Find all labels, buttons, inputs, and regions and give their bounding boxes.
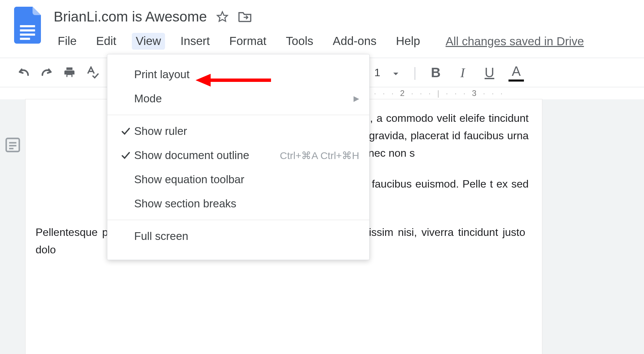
annotation-arrow (196, 72, 273, 90)
italic-button[interactable]: I (455, 65, 470, 81)
check-icon (117, 127, 134, 135)
menu-edit[interactable]: Edit (92, 33, 120, 50)
menu-item-show-equation-toolbar[interactable]: Show equation toolbar (107, 167, 369, 192)
menu-item-show-ruler[interactable]: Show ruler (107, 119, 369, 143)
font-size-selector[interactable]: 1 (372, 66, 402, 79)
spellcheck-icon[interactable] (86, 66, 99, 79)
print-icon[interactable] (63, 66, 76, 79)
menu-item-label: Mode (134, 92, 354, 105)
submenu-arrow-icon: ▶ (354, 94, 359, 103)
redo-icon[interactable] (40, 67, 53, 78)
underline-button[interactable]: U (482, 65, 497, 80)
toolbar-separator: | (413, 65, 417, 80)
menu-addons[interactable]: Add-ons (329, 33, 380, 50)
outline-icon[interactable] (4, 136, 21, 354)
app-header: BrianLi.com is Awesome File Edit View In… (0, 0, 644, 50)
menu-item-label: Show ruler (134, 125, 359, 138)
menu-separator (107, 115, 369, 115)
menu-item-label: Show section breaks (134, 197, 359, 210)
document-title[interactable]: BrianLi.com is Awesome (54, 9, 207, 25)
menu-help[interactable]: Help (392, 33, 424, 50)
svg-rect-1 (20, 30, 35, 32)
svg-rect-0 (20, 25, 35, 27)
ruler-ticks: · · · (477, 89, 506, 98)
undo-icon[interactable] (17, 67, 30, 78)
save-status[interactable]: All changes saved in Drive (445, 35, 584, 48)
text-color-button[interactable]: A (508, 64, 524, 82)
star-icon[interactable] (216, 11, 228, 23)
menu-separator (107, 220, 369, 220)
ruler-ticks: · · · (371, 89, 400, 98)
docs-logo-icon (13, 7, 42, 44)
menu-item-label: Show equation toolbar (134, 173, 359, 186)
svg-marker-4 (217, 12, 227, 21)
left-gutter (0, 99, 25, 354)
menu-item-show-document-outline[interactable]: Show document outline Ctrl+⌘A Ctrl+⌘H (107, 143, 369, 167)
check-icon (117, 151, 134, 159)
menu-insert[interactable]: Insert (176, 33, 214, 50)
menu-item-label: Full screen (134, 230, 359, 243)
menu-item-show-section-breaks[interactable]: Show section breaks (107, 192, 369, 216)
menu-item-mode[interactable]: Mode ▶ (107, 87, 369, 111)
menu-item-full-screen[interactable]: Full screen (107, 224, 369, 248)
menu-item-shortcut: Ctrl+⌘A Ctrl+⌘H (280, 150, 359, 161)
ruler-mark-3: 3 (472, 89, 477, 98)
svg-rect-2 (20, 34, 35, 36)
move-folder-icon[interactable] (238, 11, 252, 23)
menu-format[interactable]: Format (225, 33, 271, 50)
title-and-menu: BrianLi.com is Awesome File Edit View In… (54, 7, 584, 50)
ruler-mark-2: 2 (400, 89, 405, 98)
ruler-ticks: · · · | · · · (405, 89, 472, 98)
dropdown-caret-icon (392, 66, 399, 79)
bold-button[interactable]: B (428, 65, 443, 80)
menu-tools[interactable]: Tools (282, 33, 317, 50)
menu-view[interactable]: View (132, 33, 165, 50)
svg-marker-10 (196, 74, 211, 87)
toolbar-right: 1 | B I U A (372, 58, 524, 87)
menu-file[interactable]: File (54, 33, 80, 50)
menu-bar: File Edit View Insert Format Tools Add-o… (54, 33, 584, 50)
font-size-value: 1 (374, 66, 380, 79)
menu-item-label: Show document outline (134, 149, 280, 162)
svg-rect-3 (20, 38, 30, 40)
